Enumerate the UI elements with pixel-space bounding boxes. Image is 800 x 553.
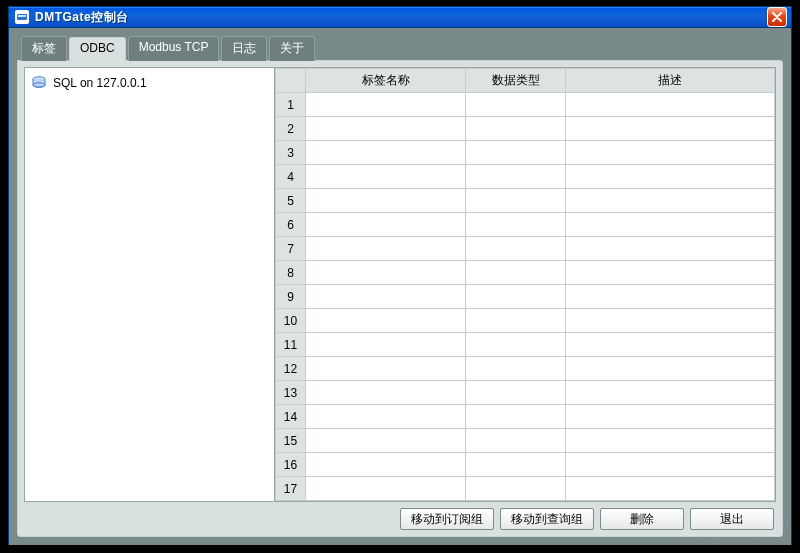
table-row[interactable]: 12 — [276, 357, 775, 381]
grid-cell[interactable] — [306, 189, 466, 213]
grid-cell[interactable] — [566, 405, 775, 429]
row-header[interactable]: 1 — [276, 93, 306, 117]
row-header[interactable]: 8 — [276, 261, 306, 285]
table-row[interactable]: 11 — [276, 333, 775, 357]
grid-cell[interactable] — [566, 117, 775, 141]
grid-cell[interactable] — [466, 477, 566, 501]
grid-cell[interactable] — [566, 165, 775, 189]
grid-cell[interactable] — [566, 213, 775, 237]
table-row[interactable]: 6 — [276, 213, 775, 237]
tag-grid-container[interactable]: 标签名称 数据类型 描述 1234567891011121314151617 — [275, 68, 775, 501]
grid-cell[interactable] — [306, 117, 466, 141]
tab-log[interactable]: 日志 — [221, 36, 267, 61]
grid-cell[interactable] — [466, 357, 566, 381]
table-row[interactable]: 1 — [276, 93, 775, 117]
grid-cell[interactable] — [566, 237, 775, 261]
grid-cell[interactable] — [306, 237, 466, 261]
tag-grid[interactable]: 标签名称 数据类型 描述 1234567891011121314151617 — [275, 68, 775, 501]
table-row[interactable]: 7 — [276, 237, 775, 261]
row-header[interactable]: 3 — [276, 141, 306, 165]
grid-cell[interactable] — [306, 381, 466, 405]
table-row[interactable]: 16 — [276, 453, 775, 477]
row-header[interactable]: 16 — [276, 453, 306, 477]
grid-cell[interactable] — [306, 213, 466, 237]
grid-cell[interactable] — [566, 333, 775, 357]
tree-item-sql[interactable]: SQL on 127.0.0.1 — [31, 74, 268, 92]
row-header[interactable]: 12 — [276, 357, 306, 381]
col-header-description[interactable]: 描述 — [566, 69, 775, 93]
grid-cell[interactable] — [466, 117, 566, 141]
grid-cell[interactable] — [466, 429, 566, 453]
grid-cell[interactable] — [566, 309, 775, 333]
grid-cell[interactable] — [466, 381, 566, 405]
row-header[interactable]: 17 — [276, 477, 306, 501]
row-header[interactable]: 15 — [276, 429, 306, 453]
row-header[interactable]: 5 — [276, 189, 306, 213]
row-header[interactable]: 13 — [276, 381, 306, 405]
table-row[interactable]: 2 — [276, 117, 775, 141]
grid-cell[interactable] — [466, 141, 566, 165]
row-header[interactable]: 4 — [276, 165, 306, 189]
grid-cell[interactable] — [466, 165, 566, 189]
grid-cell[interactable] — [306, 477, 466, 501]
grid-cell[interactable] — [466, 453, 566, 477]
grid-cell[interactable] — [466, 189, 566, 213]
grid-cell[interactable] — [466, 333, 566, 357]
grid-cell[interactable] — [306, 285, 466, 309]
grid-cell[interactable] — [306, 333, 466, 357]
grid-cell[interactable] — [566, 93, 775, 117]
tab-odbc[interactable]: ODBC — [69, 37, 126, 62]
grid-cell[interactable] — [566, 261, 775, 285]
grid-cell[interactable] — [466, 261, 566, 285]
row-header[interactable]: 14 — [276, 405, 306, 429]
row-header[interactable]: 11 — [276, 333, 306, 357]
grid-corner[interactable] — [276, 69, 306, 93]
exit-button[interactable]: 退出 — [690, 508, 774, 530]
table-row[interactable]: 15 — [276, 429, 775, 453]
table-row[interactable]: 14 — [276, 405, 775, 429]
table-row[interactable]: 13 — [276, 381, 775, 405]
grid-cell[interactable] — [566, 429, 775, 453]
tab-tags[interactable]: 标签 — [21, 36, 67, 61]
table-row[interactable]: 5 — [276, 189, 775, 213]
col-header-data-type[interactable]: 数据类型 — [466, 69, 566, 93]
grid-cell[interactable] — [306, 429, 466, 453]
grid-cell[interactable] — [306, 141, 466, 165]
grid-cell[interactable] — [566, 189, 775, 213]
grid-cell[interactable] — [466, 405, 566, 429]
table-row[interactable]: 4 — [276, 165, 775, 189]
grid-cell[interactable] — [306, 261, 466, 285]
grid-cell[interactable] — [566, 381, 775, 405]
close-button[interactable] — [767, 7, 787, 27]
table-row[interactable]: 8 — [276, 261, 775, 285]
tab-about[interactable]: 关于 — [269, 36, 315, 61]
grid-cell[interactable] — [566, 477, 775, 501]
grid-cell[interactable] — [566, 357, 775, 381]
grid-cell[interactable] — [306, 309, 466, 333]
row-header[interactable]: 7 — [276, 237, 306, 261]
grid-cell[interactable] — [566, 141, 775, 165]
grid-cell[interactable] — [466, 309, 566, 333]
grid-cell[interactable] — [306, 93, 466, 117]
grid-cell[interactable] — [306, 165, 466, 189]
grid-cell[interactable] — [466, 213, 566, 237]
grid-cell[interactable] — [306, 357, 466, 381]
row-header[interactable]: 9 — [276, 285, 306, 309]
grid-cell[interactable] — [306, 453, 466, 477]
connection-tree[interactable]: SQL on 127.0.0.1 — [25, 68, 275, 501]
grid-cell[interactable] — [306, 405, 466, 429]
grid-cell[interactable] — [466, 93, 566, 117]
grid-cell[interactable] — [466, 237, 566, 261]
grid-cell[interactable] — [466, 285, 566, 309]
table-row[interactable]: 10 — [276, 309, 775, 333]
table-row[interactable]: 9 — [276, 285, 775, 309]
tab-modbus-tcp[interactable]: Modbus TCP — [128, 36, 220, 61]
grid-cell[interactable] — [566, 453, 775, 477]
move-to-subscribe-button[interactable]: 移动到订阅组 — [400, 508, 494, 530]
row-header[interactable]: 10 — [276, 309, 306, 333]
grid-cell[interactable] — [566, 285, 775, 309]
title-bar[interactable]: DMTGate控制台 — [9, 7, 791, 28]
table-row[interactable]: 3 — [276, 141, 775, 165]
row-header[interactable]: 6 — [276, 213, 306, 237]
delete-button[interactable]: 删除 — [600, 508, 684, 530]
